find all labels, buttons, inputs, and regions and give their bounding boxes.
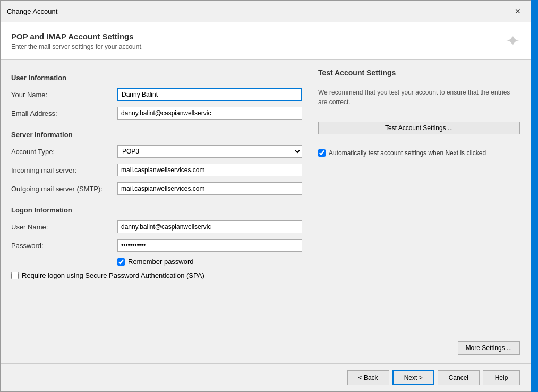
cancel-button[interactable]: Cancel (438, 370, 480, 385)
outgoing-server-row: Outgoing mail server (SMTP): (11, 182, 302, 195)
user-info-title: User Information (11, 74, 302, 82)
test-section-title: Test Account Settings (318, 69, 520, 77)
next-button[interactable]: Next > (392, 370, 434, 385)
outgoing-server-label: Outgoing mail server (SMTP): (11, 185, 117, 193)
footer: < Back Next > Cancel Help (1, 363, 531, 391)
your-name-label: Your Name: (11, 91, 117, 99)
your-name-input[interactable] (117, 88, 302, 101)
password-input[interactable] (117, 239, 302, 252)
header-text: POP and IMAP Account Settings Enter the … (11, 32, 143, 50)
header-subtitle: Enter the mail server settings for your … (11, 43, 143, 50)
email-label: Email Address: (11, 109, 117, 117)
header-section: POP and IMAP Account Settings Enter the … (1, 22, 531, 60)
password-label: Password: (11, 242, 117, 250)
incoming-server-row: Incoming mail server: (11, 164, 302, 176)
test-description: We recommend that you test your account … (318, 88, 520, 107)
server-info-title: Server Information (11, 131, 302, 139)
password-row: Password: (11, 239, 302, 252)
right-sidebar-strip (531, 0, 538, 392)
left-panel: User Information Your Name: Email Addres… (11, 69, 302, 355)
account-type-select[interactable]: POP3 IMAP (117, 145, 302, 158)
auto-test-row: Automatically test account settings when… (318, 148, 520, 158)
mail-icon: ✦ (506, 31, 520, 51)
spa-label: Require logon using Secure Password Auth… (22, 271, 204, 279)
account-type-row: Account Type: POP3 IMAP (11, 145, 302, 158)
username-input[interactable] (117, 220, 302, 233)
back-button[interactable]: < Back (347, 370, 389, 385)
test-account-button[interactable]: Test Account Settings ... (318, 122, 520, 134)
username-label: User Name: (11, 223, 117, 231)
incoming-server-input[interactable] (117, 164, 302, 176)
more-settings-button[interactable]: More Settings ... (458, 341, 520, 355)
incoming-server-label: Incoming mail server: (11, 166, 117, 174)
help-button[interactable]: Help (483, 370, 520, 385)
username-row: User Name: (11, 220, 302, 233)
remember-password-checkbox[interactable] (117, 258, 125, 266)
email-row: Email Address: (11, 107, 302, 120)
footer-buttons: < Back Next > Cancel Help (347, 370, 520, 385)
your-name-row: Your Name: (11, 88, 302, 101)
header-title: POP and IMAP Account Settings (11, 32, 143, 41)
auto-test-label: Automatically test account settings when… (329, 148, 486, 158)
email-input[interactable] (117, 107, 302, 120)
right-panel: Test Account Settings We recommend that … (318, 69, 520, 355)
remember-password-row: Remember password (117, 258, 302, 266)
outgoing-server-input[interactable] (117, 182, 302, 195)
remember-password-label: Remember password (128, 258, 194, 266)
logon-info-title: Logon Information (11, 206, 302, 214)
main-content: User Information Your Name: Email Addres… (1, 60, 531, 363)
title-bar: Change Account ✕ (1, 1, 531, 22)
account-type-label: Account Type: (11, 148, 117, 156)
auto-test-checkbox[interactable] (318, 149, 326, 157)
spa-checkbox[interactable] (11, 272, 19, 279)
spa-row: Require logon using Secure Password Auth… (11, 271, 302, 279)
close-button[interactable]: ✕ (511, 5, 524, 18)
dialog-title: Change Account (7, 7, 57, 15)
